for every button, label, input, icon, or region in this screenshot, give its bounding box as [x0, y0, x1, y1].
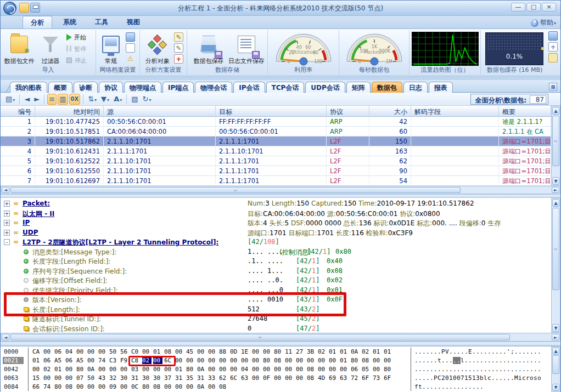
decode-field[interactable]: 会话标识:[Session ID:]:0[47/2] — [1, 324, 551, 333]
buffer-lock-icon[interactable] — [548, 53, 558, 63]
analysis-objects-button[interactable]: 分析对象 — [142, 32, 173, 66]
ribbon-tab-3[interactable]: 工具 — [87, 16, 116, 29]
scroll-down-button[interactable]: ▼ — [552, 324, 559, 332]
column-header-1[interactable]: 编号 — [1, 106, 35, 117]
packet-row-6[interactable]: 619:01:10.6125502.1.1.10:17012.1.1.1:170… — [1, 166, 551, 176]
save-packets-button[interactable]: 数据包保存 — [190, 32, 227, 66]
scroll-left-button[interactable]: ◄ — [2, 334, 9, 340]
decode-node[interactable]: +∞UDP源端口:1701 目标端口:1701 长度:116 检验和:0xC3F… — [1, 228, 551, 238]
general-settings-button[interactable]: 常规 — [97, 32, 125, 66]
ribbon-tab-1[interactable]: 分析 — [23, 16, 52, 29]
scroll-down-button[interactable]: ▼ — [552, 177, 559, 185]
scroll-down-button[interactable]: ▼ — [552, 384, 559, 391]
scroll-thumb[interactable]: ≡ — [552, 116, 559, 166]
scroll-thumb[interactable]: ≡ — [10, 334, 510, 340]
column-header-4[interactable]: 目标 — [216, 106, 327, 117]
view-tab-9[interactable]: TCP会话 — [266, 82, 305, 93]
pause-button[interactable]: 暂停 — [66, 45, 86, 55]
view-tab-12[interactable]: 数据包 — [372, 82, 402, 93]
hex-row-0042[interactable]: 004200020100800A0000000300000001800A0000… — [1, 366, 560, 374]
scroll-right-button[interactable]: ► — [552, 187, 559, 193]
decode-vscrollbar[interactable]: ▲ ≡ ▼ — [551, 198, 560, 333]
view-tab-3[interactable]: 诊断 — [74, 82, 98, 93]
ribbon-tab-2[interactable]: 系统 — [55, 16, 84, 29]
hex-row-0084[interactable]: 00846674800800000009000C80080000000A0008… — [1, 383, 560, 392]
next-packet-button[interactable]: ► — [32, 94, 41, 105]
maximize-button[interactable]: □ — [526, 3, 541, 12]
scroll-up-button[interactable]: ▲ — [552, 348, 559, 355]
hex-row-0000[interactable]: 0000CA0006040000005056C00001080045000088… — [1, 348, 560, 357]
buffer-save-small-icon[interactable] — [548, 31, 558, 41]
decode-field[interactable]: 长度字段:[Length Field:]:.1.. ....[42/1]0x40 — [1, 257, 551, 266]
column-header-7[interactable]: 解码字段 — [411, 106, 499, 117]
buffer-add-icon[interactable]: + — [548, 42, 558, 52]
minimize-button[interactable]: — — [511, 3, 525, 12]
toggle-hex-view-button[interactable]: 0X — [69, 94, 81, 105]
column-header-6[interactable]: 大小 — [369, 106, 411, 117]
filter-button[interactable]: 过滤器 — [37, 32, 64, 66]
view-tab-2[interactable]: 概要 — [48, 82, 72, 93]
adapter-settings-icon[interactable] — [126, 32, 135, 42]
tab-strip-options-button[interactable]: ▦ — [549, 83, 557, 90]
view-tab-14[interactable]: 报表 — [429, 82, 453, 93]
packet-row-3[interactable]: 319:01:10.5178622.1.1.10:17012.1.1.1:170… — [1, 137, 551, 146]
hex-vscrollbar[interactable]: ▲ ▼ — [551, 346, 560, 392]
packet-row-1[interactable]: 119:01:10.47742500:50:56:C0:00:01FF:FF:F… — [1, 117, 551, 127]
view-tab-1[interactable]: 我的图表 — [10, 82, 47, 93]
scroll-right-button[interactable]: ► — [552, 334, 559, 340]
help-button[interactable]: ?帮助▾ — [531, 18, 556, 27]
profile-card-icon[interactable] — [126, 43, 135, 53]
packet-list-vscrollbar[interactable]: ▲ ≡ ▼ — [551, 106, 560, 186]
toggle-list-view-button[interactable]: ≡ — [47, 94, 57, 105]
edit-scheme-icon[interactable]: ✎ — [174, 32, 183, 42]
view-tab-11[interactable]: 矩阵 — [346, 82, 371, 93]
export-packets-button[interactable]: ▤▾ — [4, 94, 16, 105]
view-tab-5[interactable]: 物理端点 — [124, 82, 161, 93]
column-header-8[interactable]: 概要 — [499, 106, 551, 117]
view-tab-6[interactable]: IP端点 — [162, 82, 194, 93]
view-tab-13[interactable]: 日志 — [403, 82, 428, 93]
decode-node[interactable]: +∞以太网 - II目标:CA:00:06:04:00:00 源:00:50:5… — [1, 209, 551, 219]
save-logs-button[interactable]: 日志文件保存 — [227, 32, 266, 66]
ribbon-tab-4[interactable]: 视图 — [119, 16, 148, 29]
expand-icon[interactable]: + — [4, 220, 10, 226]
decode-field[interactable]: 偏移字段:[Offset Field:]:.... ..0.[42/1]0x02 — [1, 276, 551, 286]
view-tab-8[interactable]: IP会话 — [233, 82, 265, 93]
decode-hscrollbar[interactable]: ◄ ≡ ► — [1, 333, 560, 342]
decode-node[interactable]: +∞Packet:Num:3 Length:150 Captured:150 T… — [1, 199, 551, 209]
packet-row-2[interactable]: 219:01:10.517851CA:00:06:04:00:0000:50:5… — [1, 127, 551, 137]
toggle-decode-view-button[interactable]: ▥ — [58, 94, 68, 105]
column-header-2[interactable]: 绝对时间 — [35, 106, 104, 117]
column-header-3[interactable]: 源 — [104, 106, 216, 117]
notebook-button[interactable]: ▧ — [130, 94, 139, 105]
view-tab-7[interactable]: 物理会话 — [195, 82, 232, 93]
packet-order-button[interactable]: ⇅▾ — [86, 94, 98, 105]
packet-row-5[interactable]: 519:01:10.6125222.1.1.10:17012.1.1.1:170… — [1, 156, 551, 166]
refresh-button[interactable]: ↻▾ — [141, 94, 153, 105]
scroll-up-button[interactable]: ▲ — [552, 107, 559, 115]
edit-doc-icon[interactable]: ✎ — [174, 43, 183, 53]
close-button[interactable]: × — [542, 3, 556, 12]
expand-icon[interactable]: + — [4, 230, 10, 236]
scroll-thumb[interactable]: ≡ — [10, 187, 461, 193]
scroll-thumb[interactable]: ≡ — [552, 208, 559, 290]
packet-file-button[interactable]: 数据包文件 — [2, 32, 36, 66]
expand-icon[interactable]: + — [4, 201, 10, 207]
scroll-thumb[interactable] — [552, 355, 559, 374]
splitter-top[interactable] — [1, 194, 560, 198]
decode-field[interactable]: 消息类型:[Message Type:]:1... ....(控制消息)[42/… — [1, 247, 551, 257]
prev-packet-button[interactable]: ◄ — [23, 94, 31, 105]
packet-filter-button[interactable]: ▼▾ — [99, 94, 111, 105]
stop-button[interactable]: 停止 — [66, 56, 87, 66]
scroll-up-button[interactable]: ▲ — [552, 199, 559, 207]
alarm-warning-icon[interactable]: ⚠ — [126, 54, 135, 64]
view-tab-10[interactable]: UDP会话 — [305, 82, 345, 93]
collapse-icon[interactable]: - — [4, 239, 10, 245]
splitter-bottom[interactable] — [1, 342, 560, 346]
decode-field[interactable]: 序列号字段:[Sequence Field:]:.... 1...[42/1]0… — [1, 266, 551, 276]
packet-marker-button[interactable]: A▾ — [112, 94, 124, 105]
start-button[interactable]: 开始 — [66, 33, 86, 43]
packet-row-4[interactable]: 419:01:10.6124312.1.1.1:17012.1.1.10:170… — [1, 146, 551, 156]
view-tab-4[interactable]: 协议 — [99, 82, 123, 93]
packet-row-7[interactable]: 719:01:10.6126972.1.1.10:17012.1.1.1:170… — [1, 176, 551, 186]
